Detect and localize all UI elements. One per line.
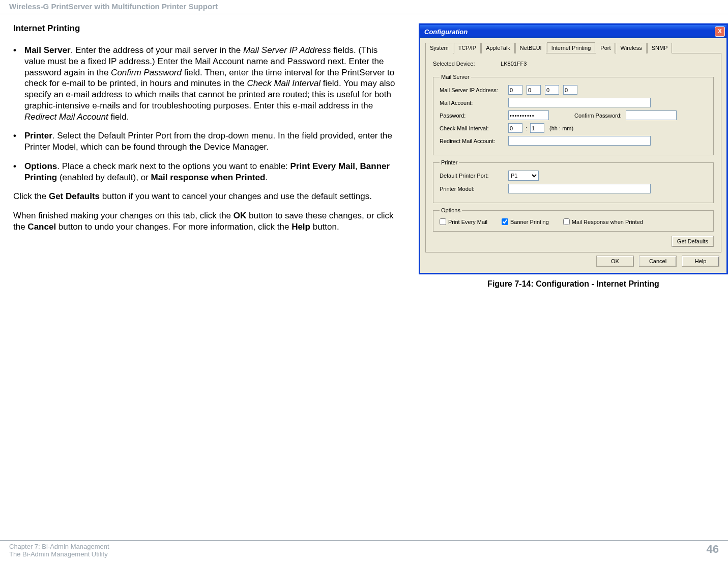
footer-section: The Bi-Admin Management Utility [9, 550, 109, 558]
bullet-lead: Printer [24, 131, 52, 141]
check-interval-label: Check Mail Interval: [440, 125, 508, 131]
tab-tcpip[interactable]: TCP/IP [454, 43, 481, 53]
default-port-select[interactable]: P1 [508, 171, 539, 181]
password-label: Password: [440, 113, 508, 119]
default-port-label: Default Printer Port: [440, 173, 508, 179]
ip-octet-4[interactable] [563, 85, 577, 95]
tab-port[interactable]: Port [596, 43, 615, 53]
page-footer: Chapter 7: Bi-Admin Management The Bi-Ad… [0, 540, 728, 558]
confirm-password-label: Confirm Password: [574, 113, 622, 119]
tab-system[interactable]: System [425, 43, 453, 53]
help-button[interactable]: Help [682, 256, 719, 267]
instructions-column: Internet Printing Mail Server. Enter the… [9, 23, 410, 289]
bullet-lead: Options [24, 161, 57, 171]
dialog-button-row: OK Cancel Help [425, 253, 721, 268]
footer-chapter: Chapter 7: Bi-Admin Management [9, 543, 109, 550]
bullet-options: Options. Place a check mark next to the … [13, 161, 399, 183]
tab-internet-printing[interactable]: Internet Printing [547, 42, 596, 53]
group-options: Options Print Every Mail Banner Printing [433, 207, 714, 232]
interval-unit-label: (hh : mm) [549, 125, 573, 131]
ip-octet-1[interactable] [508, 85, 522, 95]
group-legend: Mail Server [440, 74, 471, 80]
printer-model-label: Printer Model: [440, 186, 508, 192]
checkbox-print-every-mail[interactable] [440, 218, 446, 225]
window-title: Configuration [424, 28, 468, 36]
checkbox-mail-response[interactable] [563, 218, 570, 225]
option-mail-response[interactable]: Mail Response when Printed [563, 218, 643, 225]
redirect-input[interactable] [508, 136, 651, 146]
ip-octet-3[interactable] [545, 85, 559, 95]
mail-account-label: Mail Account: [440, 100, 508, 106]
get-defaults-button[interactable]: Get Defaults [672, 236, 714, 247]
option-print-every-mail[interactable]: Print Every Mail [440, 218, 487, 225]
printer-model-input[interactable] [508, 184, 651, 193]
interval-mm-input[interactable] [530, 123, 544, 133]
selected-device-value: LK801FF3 [501, 61, 527, 67]
selected-device-label: Selected Device: [433, 61, 499, 67]
configuration-window: Configuration X System TCP/IP AppleTalk … [419, 23, 728, 274]
section-title: Internet Printing [9, 23, 399, 34]
paragraph-get-defaults: Click the Get Defaults button if you wan… [9, 191, 399, 202]
group-mail-server: Mail Server Mail Server IP Address: Mail… [433, 74, 714, 155]
checkbox-banner-printing[interactable] [502, 218, 508, 225]
page-number: 46 [707, 543, 719, 558]
tab-wireless[interactable]: Wireless [616, 43, 646, 53]
mail-account-input[interactable] [508, 98, 651, 107]
figure-caption: Figure 7-14: Configuration - Internet Pr… [419, 279, 728, 289]
tab-appletalk[interactable]: AppleTalk [481, 43, 515, 53]
redirect-label: Redirect Mail Account: [440, 138, 508, 144]
interval-hh-input[interactable] [508, 123, 522, 133]
tab-content: Selected Device: LK801FF3 Mail Server Ma… [425, 53, 721, 253]
bullet-printer: Printer. Select the Default Printer Port… [13, 130, 399, 153]
window-titlebar: Configuration X [420, 25, 726, 38]
tab-snmp[interactable]: SNMP [647, 43, 673, 53]
tab-netbeui[interactable]: NetBEUI [515, 43, 546, 53]
paragraph-finish: When finished making your changes on thi… [9, 210, 399, 233]
cancel-button[interactable]: Cancel [639, 256, 677, 267]
bullet-lead: Mail Server [24, 45, 71, 55]
page-header: Wireless-G PrintServer with Multifunctio… [0, 0, 728, 14]
ok-button[interactable]: OK [596, 256, 634, 267]
ip-octet-2[interactable] [527, 85, 541, 95]
confirm-password-input[interactable] [626, 110, 677, 120]
bullet-mail-server: Mail Server. Enter the address of your m… [13, 45, 399, 122]
ip-label: Mail Server IP Address: [440, 87, 508, 93]
option-banner-printing[interactable]: Banner Printing [502, 218, 549, 225]
close-icon[interactable]: X [715, 26, 725, 37]
password-input[interactable] [508, 110, 549, 120]
interval-separator: : [526, 125, 527, 131]
group-printer: Printer Default Printer Port: P1 Printer… [433, 159, 714, 203]
group-legend: Options [440, 207, 462, 213]
selected-device-row: Selected Device: LK801FF3 [433, 61, 714, 67]
group-legend: Printer [440, 159, 459, 165]
tab-bar: System TCP/IP AppleTalk NetBEUI Internet… [425, 42, 721, 53]
